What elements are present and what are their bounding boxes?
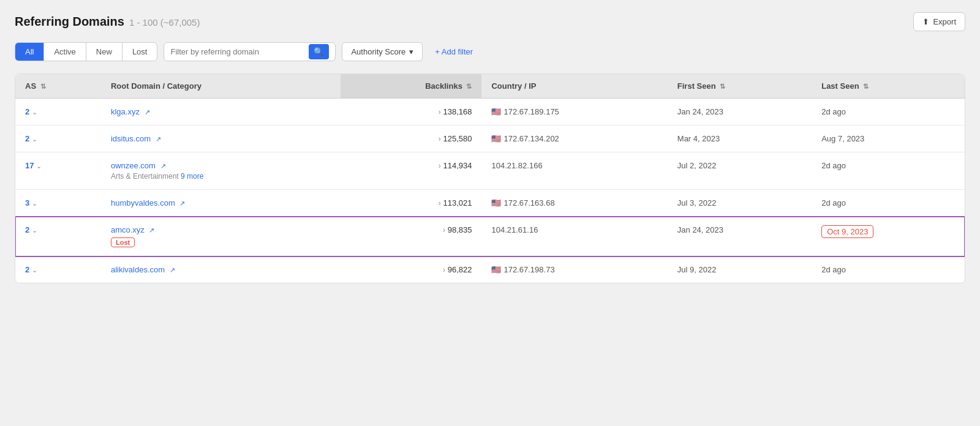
authority-score-label: Authority Score (351, 47, 405, 56)
add-filter-button[interactable]: + Add filter (429, 43, 479, 61)
last-seen-value: 2d ago (821, 198, 846, 207)
first-seen-cell: Jan 24, 2023 (668, 217, 812, 256)
table-row: 2 ⌄ alikivaldes.com ↗ › 96,822🇺🇸172.67.1… (15, 256, 965, 283)
col-backlinks-label: Backlinks (425, 81, 462, 91)
col-first-seen-label: First Seen (677, 81, 716, 91)
flag-icon: 🇺🇸 (491, 134, 501, 143)
col-country-ip-label: Country / IP (491, 81, 536, 91)
as-value: 2 (25, 107, 29, 116)
flag-icon: 🇺🇸 (491, 107, 501, 116)
chevron-down-icon[interactable]: ⌄ (32, 200, 37, 207)
backlinks-arrow: › (443, 266, 445, 274)
sort-icon-as: ⇅ (40, 83, 46, 91)
tab-new[interactable]: New (86, 43, 123, 61)
chevron-down-icon[interactable]: ⌄ (32, 266, 37, 274)
chevron-down-icon[interactable]: ⌄ (32, 135, 37, 143)
search-button[interactable]: 🔍 (309, 44, 329, 59)
backlinks-cell: › 114,934 (341, 152, 482, 190)
tab-lost[interactable]: Lost (123, 43, 157, 61)
first-seen-cell: Jul 9, 2022 (668, 256, 812, 283)
as-value: 2 (25, 225, 29, 234)
domain-cell: humbyvaldes.com ↗ (101, 190, 341, 217)
domain-row: alikivaldes.com ↗ (111, 265, 331, 274)
as-value: 2 (25, 134, 29, 143)
first-seen-value: Jul 2, 2022 (677, 161, 717, 170)
category-more-link[interactable]: 9 more (181, 172, 203, 181)
domain-cell: idsitus.com ↗ (101, 125, 341, 152)
ip-address: 104.21.82.166 (491, 161, 542, 170)
chevron-down-icon[interactable]: ⌄ (32, 108, 37, 116)
export-button[interactable]: ⬆ Export (913, 12, 965, 31)
ip-address: 104.21.61.16 (491, 225, 538, 234)
domain-cell: alikivaldes.com ↗ (101, 256, 341, 283)
backlinks-cell: › 98,835 (341, 217, 482, 256)
last-seen-cell: 2d ago (812, 190, 965, 217)
search-box: 🔍 (164, 42, 336, 61)
search-icon: 🔍 (314, 47, 324, 56)
col-header-last-seen[interactable]: Last Seen ⇅ (812, 74, 965, 99)
domain-link[interactable]: humbyvaldes.com (111, 198, 175, 207)
as-cell: 2 ⌄ (15, 99, 101, 125)
external-link-icon[interactable]: ↗ (179, 200, 185, 207)
ip-address: 172.67.134.202 (503, 134, 559, 143)
backlinks-arrow: › (439, 162, 441, 170)
last-seen-cell: Oct 9, 2023 (812, 217, 965, 256)
backlinks-value: 138,168 (443, 107, 472, 116)
category-text: Arts & Entertainment 9 more (111, 172, 331, 181)
backlinks-arrow: › (439, 108, 441, 116)
last-seen-cell: 2d ago (812, 152, 965, 190)
country-ip-cell: 104.21.82.166 (481, 152, 667, 190)
backlinks-arrow: › (439, 199, 441, 207)
tab-all[interactable]: All (15, 43, 44, 61)
export-label: Export (933, 17, 956, 26)
as-value: 3 (25, 198, 29, 207)
domain-row: amco.xyz ↗ (111, 225, 331, 234)
chevron-down-icon[interactable]: ⌄ (32, 226, 37, 234)
domain-link[interactable]: amco.xyz (111, 225, 145, 234)
external-link-icon[interactable]: ↗ (149, 226, 154, 234)
domain-link[interactable]: ownzee.com (111, 161, 156, 170)
last-seen-value: 2d ago (821, 161, 846, 170)
flag-icon: 🇺🇸 (491, 265, 501, 274)
ip-address: 172.67.163.68 (503, 198, 554, 207)
domain-row: humbyvaldes.com ↗ (111, 198, 331, 207)
first-seen-cell: Jan 24, 2023 (668, 99, 812, 125)
domain-row: ownzee.com ↗ (111, 161, 331, 170)
col-header-as[interactable]: AS ⇅ (15, 74, 101, 99)
first-seen-value: Jan 24, 2023 (677, 225, 723, 234)
tab-active[interactable]: Active (44, 43, 86, 61)
referring-domains-table: AS ⇅ Root Domain / Category Backlinks ⇅ … (15, 73, 965, 283)
table-row: 2 ⌄ amco.xyz ↗ Lost› 98,835104.21.61.16J… (15, 217, 965, 256)
first-seen-value: Mar 4, 2023 (677, 134, 720, 143)
domain-cell: ownzee.com ↗ Arts & Entertainment 9 more (101, 152, 341, 190)
domain-link[interactable]: idsitus.com (111, 134, 151, 143)
external-link-icon[interactable]: ↗ (160, 162, 166, 170)
col-header-backlinks[interactable]: Backlinks ⇅ (341, 74, 482, 99)
chevron-down-icon: ▾ (409, 47, 413, 56)
ip-address: 172.67.189.175 (503, 107, 559, 116)
search-input[interactable] (170, 43, 305, 61)
as-cell: 2 ⌄ (15, 125, 101, 152)
ip-address: 172.67.198.73 (503, 265, 554, 274)
col-header-first-seen[interactable]: First Seen ⇅ (668, 74, 812, 99)
as-cell: 17 ⌄ (15, 152, 101, 190)
external-link-icon[interactable]: ↗ (145, 108, 150, 116)
tab-group: All Active New Lost (15, 42, 157, 61)
first-seen-value: Jul 9, 2022 (677, 265, 717, 274)
backlinks-arrow: › (443, 226, 445, 234)
table-row: 3 ⌄ humbyvaldes.com ↗ › 113,021🇺🇸172.67.… (15, 190, 965, 217)
first-seen-value: Jul 3, 2022 (677, 198, 717, 207)
chevron-down-icon[interactable]: ⌄ (36, 162, 42, 170)
country-ip-cell: 🇺🇸172.67.134.202 (481, 125, 667, 152)
external-link-icon[interactable]: ↗ (156, 135, 161, 143)
domain-link[interactable]: alikivaldes.com (111, 265, 165, 274)
table-row: 2 ⌄ klga.xyz ↗ › 138,168🇺🇸172.67.189.175… (15, 99, 965, 125)
first-seen-value: Jan 24, 2023 (677, 107, 723, 116)
lost-badge: Lost (111, 237, 135, 247)
domain-link[interactable]: klga.xyz (111, 107, 140, 116)
backlinks-value: 113,021 (443, 198, 472, 207)
country-ip-cell: 🇺🇸172.67.163.68 (481, 190, 667, 217)
external-link-icon[interactable]: ↗ (170, 266, 175, 274)
table-row: 17 ⌄ ownzee.com ↗ Arts & Entertainment 9… (15, 152, 965, 190)
authority-score-filter[interactable]: Authority Score ▾ (342, 42, 423, 61)
